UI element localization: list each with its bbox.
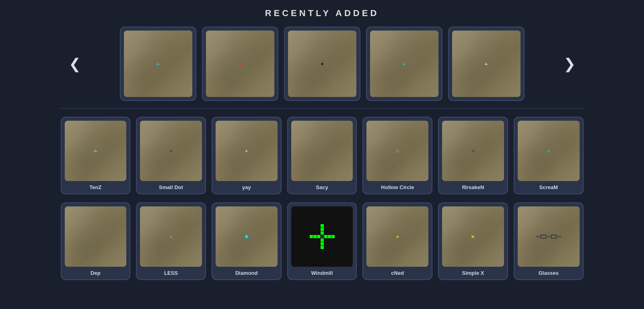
card-image-yay: + <box>216 121 278 181</box>
divider <box>61 108 584 109</box>
card-hollow-circle[interactable]: Hollow Circle <box>362 117 432 194</box>
card-forsaken[interactable]: ✛ f0rsakeN <box>438 117 508 194</box>
card-label-simple-x: Simple X <box>462 270 484 276</box>
card-label-small-dot: Small Dot <box>159 184 183 190</box>
card-small-dot[interactable]: Small Dot <box>136 117 206 194</box>
crosshair-black-dot-carousel <box>321 63 323 65</box>
card-label-forsaken: f0rsakeN <box>462 184 484 190</box>
crosshair-white-cross-carousel: + <box>484 61 488 67</box>
carousel-card-1[interactable] <box>120 27 196 101</box>
glasses-left <box>540 235 547 239</box>
carousel-card-2[interactable] <box>202 27 278 101</box>
card-image-sacy: · <box>291 121 353 181</box>
carousel-section: ❮ <box>61 27 584 101</box>
card-label-dep: Dep <box>91 270 101 276</box>
card-label-hollow-circle: Hollow Circle <box>381 184 414 190</box>
card-image-glasses <box>518 206 580 267</box>
glasses-right <box>551 235 557 239</box>
card-yay[interactable]: + yay <box>212 117 282 194</box>
card-image-cned: + <box>366 206 428 267</box>
card-image-dep: · <box>65 206 127 267</box>
glasses-arm-right <box>558 236 561 237</box>
crosshair-diamond <box>245 235 249 239</box>
card-image-5: + <box>452 31 521 97</box>
card-windmill[interactable]: Windmill <box>287 202 357 280</box>
card-label-glasses: Glasses <box>539 270 559 276</box>
card-image-forsaken: ✛ <box>442 121 504 181</box>
carousel-items: + + <box>89 27 556 101</box>
grid-row-2: · Dep + LESS Diamond <box>61 202 584 280</box>
crosshair-forsaken: ✛ <box>471 149 474 153</box>
crosshair-cned: + <box>396 233 399 240</box>
card-simple-x[interactable]: ✕ Simple X <box>438 202 508 280</box>
glasses-bridge <box>547 236 550 237</box>
carousel-prev-button[interactable]: ❮ <box>61 52 89 76</box>
carousel-card-3[interactable] <box>284 27 360 101</box>
crosshair-small-dot <box>170 150 172 152</box>
card-label-tenz: TenZ <box>89 184 101 190</box>
card-diamond[interactable]: Diamond <box>212 202 282 280</box>
crosshair-red-dot-carousel <box>239 63 241 65</box>
card-less[interactable]: + LESS <box>136 202 206 280</box>
card-tenz[interactable]: TenZ <box>61 117 131 194</box>
carousel-next-button[interactable]: ❯ <box>556 52 584 76</box>
card-image-1 <box>124 31 192 97</box>
crosshair-windmill <box>310 224 335 249</box>
card-dep[interactable]: · Dep <box>61 202 131 280</box>
card-label-diamond: Diamond <box>235 270 258 276</box>
card-sacy[interactable]: · Sacy <box>287 117 357 194</box>
carousel-card-4[interactable]: + <box>366 27 442 101</box>
card-image-tenz <box>65 121 127 181</box>
card-label-cned: cNed <box>391 270 404 276</box>
crosshair-scream: + <box>547 148 550 154</box>
card-label-less: LESS <box>164 270 178 276</box>
glasses-arm-left <box>536 236 539 237</box>
card-label-sacy: Sacy <box>316 184 328 190</box>
card-label-scream: ScreaM <box>539 184 558 190</box>
grid-section: TenZ Small Dot + yay · <box>61 117 584 288</box>
crosshair-dep: · <box>95 235 96 239</box>
card-glasses[interactable]: Glasses <box>514 202 584 280</box>
crosshair-glasses <box>536 235 561 239</box>
crosshair-sacy: · <box>321 148 323 154</box>
grid-row-1: TenZ Small Dot + yay · <box>61 117 584 194</box>
card-scream[interactable]: + ScreaM <box>514 117 584 194</box>
card-image-scream: + <box>518 121 580 181</box>
carousel-card-5[interactable]: + <box>448 27 525 101</box>
card-image-3 <box>288 31 356 97</box>
card-image-small-dot <box>140 121 202 181</box>
card-image-less: + <box>140 206 202 267</box>
card-image-diamond <box>216 206 278 267</box>
crosshair-cyan-small-carousel: + <box>402 61 405 67</box>
card-cned[interactable]: + cNed <box>362 202 432 280</box>
card-image-hollow-circle <box>366 121 428 181</box>
page-title: RECENTLY ADDED <box>265 8 379 19</box>
card-image-2 <box>206 31 274 97</box>
card-image-4: + <box>370 31 438 97</box>
card-label-yay: yay <box>242 184 251 190</box>
crosshair-hollow-circle <box>396 149 399 152</box>
card-image-simple-x: ✕ <box>442 206 504 267</box>
crosshair-yay: + <box>245 148 248 154</box>
crosshair-simple-x: ✕ <box>471 234 475 240</box>
crosshair-less: + <box>169 234 173 240</box>
card-label-windmill: Windmill <box>311 270 333 276</box>
card-image-windmill <box>291 206 353 267</box>
